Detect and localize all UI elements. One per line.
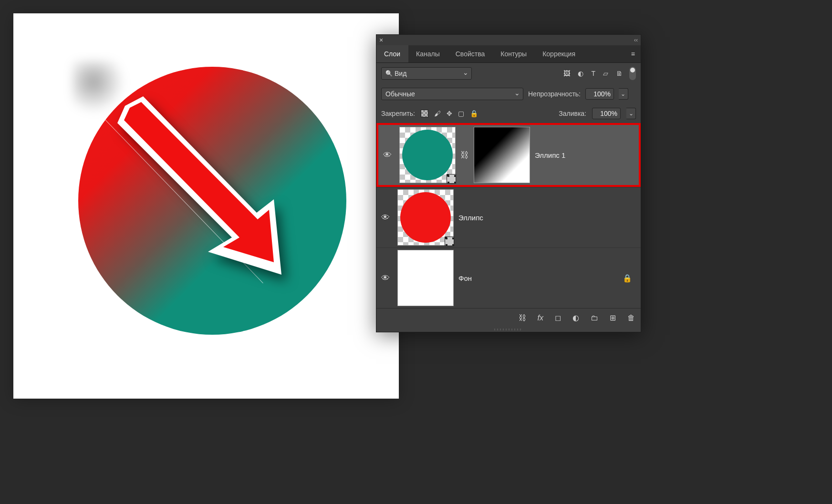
visibility-toggle[interactable]: 👁 [378,273,393,283]
opacity-stepper[interactable]: ⌄ [619,88,628,100]
layer-thumbnail[interactable] [399,127,456,183]
layer-row-ellipse[interactable]: 👁 Эллипс [376,187,641,247]
tab-adjustments[interactable]: Коррекция [535,45,583,62]
blend-mode-dropdown[interactable]: Обычные [381,88,523,100]
layer-thumbnail[interactable] [397,250,454,306]
layers-panel: × ‹‹ Слои Каналы Свойства Контуры Коррек… [376,34,641,332]
lock-pixels-icon[interactable]: 🖌 [434,110,441,117]
close-icon[interactable]: × [379,37,383,43]
layer-row-background[interactable]: 👁 Фон 🔒 [376,247,641,308]
collapse-panel-icon[interactable]: ‹‹ [634,37,638,43]
fill-label: Заливка: [559,110,586,117]
background-lock-icon[interactable]: 🔒 [623,274,632,283]
image-filter-icon[interactable]: 🖼 [563,70,570,77]
lock-position-icon[interactable]: ✥ [447,110,452,117]
fx-icon[interactable]: fx [538,314,543,322]
link-mask-icon[interactable]: ⛓ [460,150,469,160]
composed-ellipse-shape [78,67,346,335]
opacity-value-input[interactable]: 100% [585,88,614,100]
tab-layers[interactable]: Слои [376,45,408,62]
new-adjustment-icon[interactable]: ◐ [572,313,579,322]
tab-paths[interactable]: Контуры [493,45,535,62]
delete-layer-icon[interactable]: 🗑 [627,314,635,322]
layer-name-label[interactable]: Эллипс 1 [535,151,565,159]
lock-transparency-icon[interactable] [421,110,428,117]
filter-toggle[interactable] [629,67,636,80]
visibility-toggle[interactable]: 👁 [378,213,393,223]
layer-name-label[interactable]: Фон [458,274,472,282]
layer-kind-dropdown[interactable]: Вид [381,67,472,80]
resize-grip[interactable] [376,327,641,332]
layers-panel-footer: ⛓ fx ◻ ◐ 🗀 ⊞ 🗑 [376,308,641,327]
layers-list: 👁 ⛓ Эллипс 1 👁 Эллипс 👁 Фон 🔒 [376,123,641,308]
blend-mode-value: Обычные [385,90,415,98]
layer-name-label[interactable]: Эллипс [458,214,483,222]
link-layers-icon[interactable]: ⛓ [519,314,526,322]
opacity-label: Непрозрачность: [528,90,581,98]
visibility-toggle[interactable]: 👁 [380,150,395,160]
lock-all-icon[interactable]: 🔒 [470,110,478,117]
fill-value-input[interactable]: 100% [592,108,621,119]
lock-label: Закрепить: [381,110,415,117]
new-layer-icon[interactable]: ⊞ [610,313,616,322]
dropdown-label: Вид [395,70,406,77]
shape-filter-icon[interactable]: ▱ [603,70,608,77]
panel-menu-icon[interactable]: ≡ [625,45,641,62]
fill-stepper[interactable]: ⌄ [626,108,636,119]
mask-thumbnail[interactable] [474,127,530,183]
lock-artboard-icon[interactable]: ▢ [458,110,464,117]
new-group-icon[interactable]: 🗀 [591,314,598,322]
tab-properties[interactable]: Свойства [448,45,493,62]
panel-titlebar[interactable]: × ‹‹ [376,35,641,45]
type-filter-icon[interactable]: T [591,70,595,77]
smartobj-filter-icon[interactable]: 🗎 [616,70,623,77]
shape-indicator-icon [447,174,456,184]
document-canvas[interactable] [13,13,399,399]
layer-row-ellipse-1[interactable]: 👁 ⛓ Эллипс 1 [376,123,641,187]
shape-indicator-icon [445,237,454,246]
layer-filter-icons: 🖼 ◐ T ▱ 🗎 [563,70,623,77]
adjustment-filter-icon[interactable]: ◐ [578,70,583,77]
tab-channels[interactable]: Каналы [408,45,448,62]
layer-thumbnail[interactable] [397,189,454,246]
panel-tabs: Слои Каналы Свойства Контуры Коррекция ≡ [376,45,641,63]
add-mask-icon[interactable]: ◻ [555,313,561,322]
